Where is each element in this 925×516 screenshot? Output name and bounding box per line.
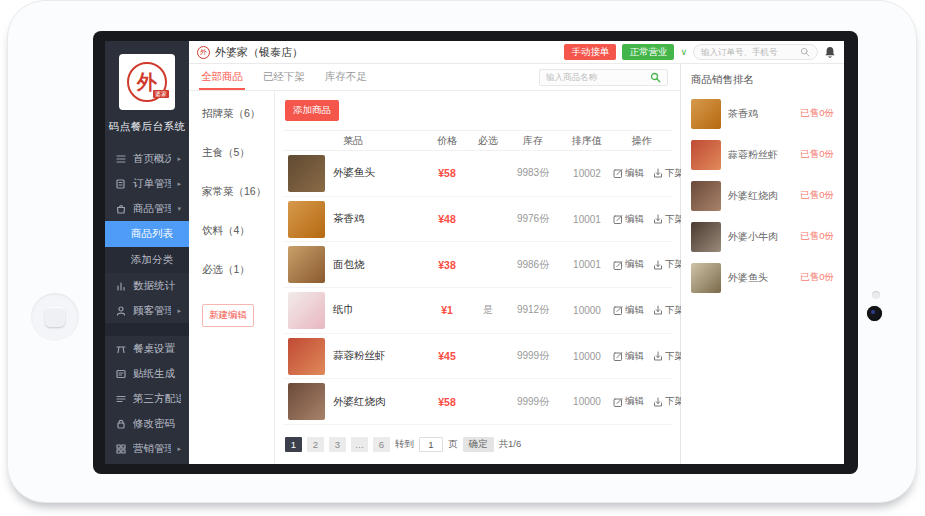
sidebar-item-product-list[interactable]: 商品列表 <box>105 221 189 247</box>
sidebar-item-sticker-generation[interactable]: 贴纸生成 <box>105 361 189 386</box>
ranking-sold-count: 已售0份 <box>800 271 834 284</box>
off-shelf-button[interactable]: 下架 <box>653 167 684 180</box>
chevron-right-icon: ▸ <box>177 180 181 188</box>
sidebar-item-data-statistics[interactable]: 数据统计 <box>105 273 189 298</box>
edit-button[interactable]: 编辑 <box>613 213 644 226</box>
category-item-staple[interactable]: 主食（5） <box>202 146 274 160</box>
dish-sort-value: 10001 <box>561 214 613 225</box>
chevron-right-icon: ▸ <box>177 155 181 163</box>
sidebar-item-product-management[interactable]: 商品管理 ▾ <box>105 196 189 221</box>
dish-sort-value: 10000 <box>561 305 613 316</box>
pagination: 1 2 3 … 6 转到 页 确定 共 <box>285 437 672 464</box>
topbar: 外 外婆家（银泰店） 手动接单 正常营业 ∨ <box>189 41 844 64</box>
ranking-sold-count: 已售0份 <box>800 189 834 202</box>
tab-off-shelf[interactable]: 已经下架 <box>263 64 305 90</box>
sidebar-item-order-management[interactable]: 订单管理 ▸ <box>105 171 189 196</box>
new-edit-button[interactable]: 新建编辑 <box>202 304 254 327</box>
page-button-2[interactable]: 2 <box>307 437 324 452</box>
dish-sort-value: 10001 <box>561 259 613 270</box>
ranking-dish-photo <box>691 222 721 252</box>
edit-button[interactable]: 编辑 <box>613 167 644 180</box>
dish-stock: 9986份 <box>505 258 561 272</box>
dish-sort-value: 10002 <box>561 168 613 179</box>
category-item-homestyle[interactable]: 家常菜（16） <box>202 185 274 199</box>
notification-bell-icon[interactable] <box>824 46 836 59</box>
delivery-list-icon <box>115 393 127 405</box>
ranking-dish-photo <box>691 181 721 211</box>
off-shelf-button[interactable]: 下架 <box>653 304 684 317</box>
sales-ranking-panel: 商品销售排名 茶香鸡 已售0份 蒜蓉粉丝虾 已售0份 <box>681 64 844 464</box>
tablet-device-frame: 外 婆家 码点餐后台系统 首页概况 ▸ 订单管理 <box>7 0 917 503</box>
sidebar-item-add-category[interactable]: 添加分类 <box>105 247 189 273</box>
business-status-button[interactable]: 正常营业 <box>622 44 674 60</box>
dish-sort-value: 10000 <box>561 396 613 407</box>
table-icon <box>115 343 127 355</box>
off-shelf-button[interactable]: 下架 <box>653 350 684 363</box>
chevron-right-icon: ▸ <box>177 445 181 453</box>
tab-all-products[interactable]: 全部商品 <box>201 64 243 90</box>
ranking-item: 外婆鱼头 已售0份 <box>691 257 834 298</box>
status-chevron-down-icon[interactable]: ∨ <box>680 47 687 57</box>
goods-icon <box>115 203 127 215</box>
sidebar-item-marketing-management[interactable]: 营销管理 ▸ <box>105 436 189 461</box>
edit-button[interactable]: 编辑 <box>613 395 644 408</box>
sticker-icon <box>115 368 127 380</box>
add-product-button[interactable]: 添加商品 <box>285 100 339 121</box>
system-title: 码点餐后台系统 <box>105 120 189 134</box>
ranking-item: 茶香鸡 已售0份 <box>691 93 834 134</box>
ranking-dish-name: 蒜蓉粉丝虾 <box>728 148 793 162</box>
ranking-dish-photo <box>691 263 721 293</box>
off-shelf-button[interactable]: 下架 <box>653 213 684 226</box>
header-dish: 菜品 <box>283 134 423 148</box>
sidebar-item-third-party-delivery[interactable]: 第三方配送 <box>105 386 189 411</box>
page-button-1[interactable]: 1 <box>285 437 302 452</box>
goto-label: 转到 <box>395 438 414 451</box>
person-icon <box>115 305 127 317</box>
table-row: 外婆红烧肉 ¥58 9999份 10000 编辑 下架 删除 <box>283 379 672 425</box>
dish-photo <box>288 155 325 192</box>
sidebar-item-customer-management[interactable]: 顾客管理 ▸ <box>105 298 189 323</box>
tab-low-stock[interactable]: 库存不足 <box>325 64 367 90</box>
dish-name: 茶香鸡 <box>333 212 365 226</box>
manual-accept-order-button[interactable]: 手动接单 <box>564 44 616 60</box>
ranking-dish-name: 外婆红烧肉 <box>728 189 793 203</box>
product-search-input[interactable] <box>546 72 646 82</box>
dish-stock: 9999份 <box>505 395 561 409</box>
edit-button[interactable]: 编辑 <box>613 350 644 363</box>
product-search-icon[interactable] <box>650 72 661 83</box>
edit-button[interactable]: 编辑 <box>613 304 644 317</box>
dish-name: 蒜蓉粉丝虾 <box>333 349 386 363</box>
category-item-required[interactable]: 必选（1） <box>202 263 274 277</box>
ranking-sold-count: 已售0份 <box>800 107 834 120</box>
dish-stock: 9983份 <box>505 166 561 180</box>
dish-name: 外婆鱼头 <box>333 166 375 180</box>
light-sensor <box>872 291 880 299</box>
off-shelf-button[interactable]: 下架 <box>653 258 684 271</box>
category-item-signature[interactable]: 招牌菜（6） <box>202 107 274 121</box>
table-row: 纸巾 ¥1 是 9912份 10000 编辑 下架 删除 <box>283 288 672 334</box>
page: 外 婆家 码点餐后台系统 首页概况 ▸ 订单管理 <box>0 0 925 516</box>
sidebar-item-table-settings[interactable]: 餐桌设置 <box>105 336 189 361</box>
home-overview-icon <box>115 153 127 165</box>
search-icon <box>800 47 810 57</box>
goto-page-input[interactable] <box>419 437 443 452</box>
ranking-dish-name: 外婆鱼头 <box>728 271 793 285</box>
page-button-3[interactable]: 3 <box>329 437 346 452</box>
sidebar-item-home-overview[interactable]: 首页概况 ▸ <box>105 146 189 171</box>
order-search-input[interactable] <box>701 47 796 57</box>
grid-icon <box>115 443 127 455</box>
goto-confirm-button[interactable]: 确定 <box>463 437 494 452</box>
dish-price: ¥48 <box>423 213 471 225</box>
category-item-drinks[interactable]: 饮料（4） <box>202 224 274 238</box>
home-button[interactable] <box>31 293 79 341</box>
sidebar-item-change-password[interactable]: 修改密码 <box>105 411 189 436</box>
ranking-item: 外婆红烧肉 已售0份 <box>691 175 834 216</box>
edit-icon <box>613 214 623 224</box>
edit-icon <box>613 397 623 407</box>
off-shelf-icon <box>653 214 663 224</box>
off-shelf-button[interactable]: 下架 <box>653 395 684 408</box>
chevron-right-icon: ▸ <box>177 307 181 315</box>
edit-button[interactable]: 编辑 <box>613 258 644 271</box>
page-button-6[interactable]: 6 <box>373 437 390 452</box>
dish-photo <box>288 338 325 375</box>
